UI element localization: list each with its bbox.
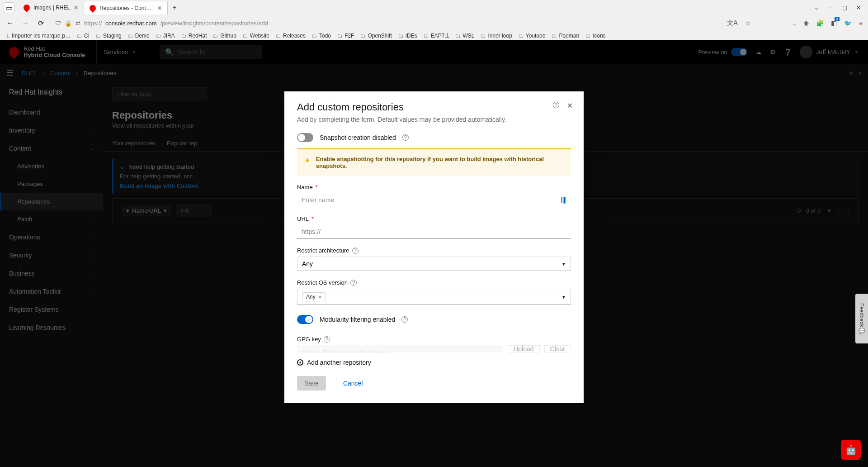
help-icon[interactable]: ? xyxy=(553,102,559,108)
bookmark-folder[interactable]: 🗀Demo xyxy=(128,33,150,39)
bookmark-folder[interactable]: 🗀Todo xyxy=(312,33,331,39)
bookmark-folder[interactable]: 🗀Podman xyxy=(552,33,579,39)
twitter-icon[interactable]: 🐦 xyxy=(844,19,852,27)
modularity-toggle-row: ✓ Modularity filtering enabled ? xyxy=(297,313,571,330)
new-tab-button[interactable]: + xyxy=(168,4,181,12)
back-button[interactable]: ← xyxy=(5,19,14,27)
bookmark-folder[interactable]: 🗀Icons xyxy=(585,33,606,39)
bookmark-folder[interactable]: 🗀EAP7.1 xyxy=(424,33,449,39)
snapshot-label: Snapshot creation disabled xyxy=(320,134,396,141)
chat-fab[interactable]: 🤖 xyxy=(841,440,861,460)
bookmark-folder[interactable]: 🗀WSL xyxy=(455,33,474,39)
modularity-toggle[interactable]: ✓ xyxy=(297,315,313,324)
architecture-select[interactable]: Any ▼ xyxy=(297,257,571,271)
save-button[interactable]: Save xyxy=(297,376,326,391)
tab-title: Repositories - Content | RHEL xyxy=(99,5,154,11)
modal-subtitle: Add by completing the form. Default valu… xyxy=(297,113,571,129)
bookmark-folder[interactable]: 🗀OpenShift xyxy=(360,33,392,39)
chevron-down-icon: ▼ xyxy=(561,262,566,267)
folder-icon: 🗀 xyxy=(519,33,524,39)
extensions-icon[interactable]: 🧩 xyxy=(816,19,824,27)
snapshot-toggle-row: Snapshot creation disabled ? xyxy=(297,131,571,148)
account-icon[interactable]: ◉ xyxy=(803,19,809,27)
close-icon[interactable]: ✕ xyxy=(157,5,162,11)
bookmark-folder[interactable]: 🗀IDEs xyxy=(398,33,417,39)
modal-title: Add custom repositories xyxy=(297,101,571,113)
snapshot-toggle[interactable] xyxy=(297,133,313,142)
name-input[interactable] xyxy=(297,193,571,207)
url-path: /preview/insights/content/repositories/a… xyxy=(160,20,268,27)
select-value: Any xyxy=(302,260,313,267)
browser-tab-repositories[interactable]: Repositories - Content | RHEL ✕ xyxy=(84,1,168,14)
help-icon[interactable]: ? xyxy=(352,248,359,254)
input-indicator-icon: ┃▌ xyxy=(560,197,567,203)
maximize-icon[interactable]: ▢ xyxy=(842,5,847,11)
gpg-dropzone[interactable]: Drop a file here or upload one xyxy=(297,345,503,353)
bookmark-folder[interactable]: 🗀RedHat xyxy=(181,33,207,39)
redhat-favicon xyxy=(22,3,31,12)
recent-tabs-icon[interactable]: ▭ xyxy=(4,2,14,13)
app-root: Red Hat Hybrid Cloud Console Services ▼ … xyxy=(0,40,868,467)
help-icon[interactable]: ? xyxy=(324,336,330,343)
url-scheme: https:// xyxy=(84,20,102,27)
help-icon[interactable]: ? xyxy=(402,134,409,141)
star-icon[interactable]: ☆ xyxy=(745,19,751,27)
forward-button: → xyxy=(21,19,30,27)
feedback-tab[interactable]: Feedback 💬 xyxy=(855,294,868,343)
browser-tab-images[interactable]: Images | RHEL ✕ xyxy=(18,1,84,14)
warning-banner: ▲ Enable snapshotting for this repositor… xyxy=(297,148,571,176)
tab-title: Images | RHEL xyxy=(33,5,70,11)
bookmark-folder[interactable]: 🗀F2F xyxy=(337,33,354,39)
extension-badge-icon[interactable]: ◧8 xyxy=(831,19,837,27)
name-label: Name xyxy=(297,184,313,191)
badge-count: 8 xyxy=(835,17,840,21)
os-version-select[interactable]: Any✕ ▼ xyxy=(297,289,571,305)
help-icon[interactable]: ? xyxy=(350,280,357,286)
os-chip[interactable]: Any✕ xyxy=(302,292,326,301)
os-label: Restrict OS version xyxy=(297,279,348,286)
bookmark-import[interactable]: ⤓Importer les marque-p… xyxy=(5,33,71,39)
url-label: URL xyxy=(297,215,309,222)
folder-icon: 🗀 xyxy=(455,33,461,39)
required-icon: * xyxy=(311,215,314,222)
upload-button[interactable]: Upload xyxy=(508,345,539,353)
bookmark-folder[interactable]: 🗀Github xyxy=(213,33,236,39)
modal-body: Snapshot creation disabled ? ▲ Enable sn… xyxy=(284,131,584,353)
chevron-down-icon: ▼ xyxy=(561,295,566,300)
clear-button[interactable]: Clear xyxy=(544,345,571,353)
window-close-icon[interactable]: ✕ xyxy=(856,5,861,11)
url-input[interactable] xyxy=(297,225,571,239)
translate-icon[interactable]: 文A xyxy=(727,19,737,27)
form-group-url: URL* xyxy=(297,215,571,239)
add-repository-modal: Add custom repositories ? ✕ Add by compl… xyxy=(284,91,584,403)
reload-button[interactable]: ⟳ xyxy=(36,19,45,28)
folder-icon: 🗀 xyxy=(481,33,486,39)
close-icon[interactable]: ✕ xyxy=(567,101,573,110)
toolbar-right: 文A ☆ ⌵ ◉ 🧩 ◧8 🐦 ≡ xyxy=(727,19,863,27)
minimize-icon[interactable]: — xyxy=(828,5,833,11)
bookmark-folder[interactable]: 🗀Inner loop xyxy=(481,33,512,39)
lock-icon: 🔒 xyxy=(65,20,72,27)
warning-text: Enable snapshotting for this repository … xyxy=(316,156,564,169)
bookmark-folder[interactable]: 🗀JIRA xyxy=(156,33,175,39)
permissions-icon: ⇄ xyxy=(75,20,80,27)
help-icon[interactable]: ? xyxy=(401,316,408,323)
bookmark-folder[interactable]: 🗀Youtube xyxy=(519,33,546,39)
url-bar[interactable]: 🛡 🔒 ⇄ https://console.redhat.com/preview… xyxy=(52,17,721,29)
close-icon[interactable]: ✕ xyxy=(74,5,78,11)
import-icon: ⤓ xyxy=(5,33,10,39)
menu-icon[interactable]: ≡ xyxy=(859,19,863,27)
bookmark-folder[interactable]: 🗀Releases xyxy=(276,33,306,39)
bookmarks-bar: ⤓Importer les marque-p… 🗀CI 🗀Staging 🗀De… xyxy=(0,31,868,41)
remove-chip-icon[interactable]: ✕ xyxy=(318,295,322,300)
cancel-button[interactable]: Cancel xyxy=(336,376,370,391)
bookmark-folder[interactable]: 🗀Staging xyxy=(96,33,122,39)
chevron-down-icon[interactable]: ⌄ xyxy=(814,5,819,11)
pocket-icon[interactable]: ⌵ xyxy=(793,19,796,27)
bookmark-folder[interactable]: 🗀CI xyxy=(77,33,90,39)
modularity-label: Modularity filtering enabled xyxy=(320,316,395,323)
folder-icon: 🗀 xyxy=(213,33,218,39)
add-another-repository[interactable]: + Add another repository xyxy=(284,353,584,366)
bookmark-folder[interactable]: 🗀Website xyxy=(243,33,269,39)
folder-icon: 🗀 xyxy=(243,33,248,39)
